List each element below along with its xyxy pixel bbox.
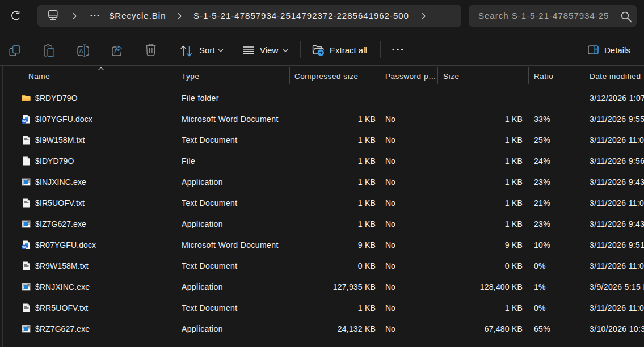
svg-text:A: A xyxy=(79,48,83,54)
